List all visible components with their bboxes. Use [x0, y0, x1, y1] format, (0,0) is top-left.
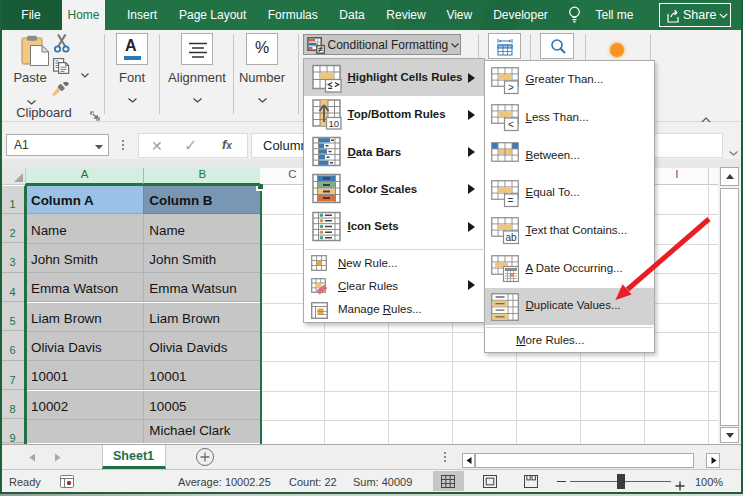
- svg-text:<: <: [508, 119, 514, 130]
- svg-text:=: =: [507, 195, 513, 206]
- svg-text:ab: ab: [505, 232, 517, 243]
- svg-text:>: >: [508, 82, 514, 93]
- svg-text:10: 10: [328, 118, 339, 129]
